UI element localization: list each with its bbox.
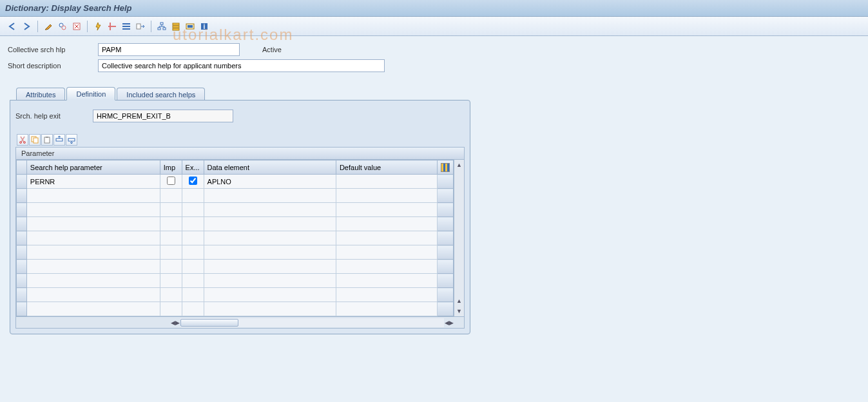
scroll-right2-icon[interactable]: ▶ — [449, 318, 454, 328]
col-search-help-parameter[interactable]: Search help parameter — [26, 160, 160, 175]
horizontal-scrollbar[interactable]: ◀ ▶ ◀ ▶ — [15, 317, 465, 329]
cell-default[interactable] — [336, 217, 437, 231]
table-row[interactable] — [17, 260, 454, 274]
cell-elem[interactable] — [204, 274, 336, 288]
col-data-element[interactable]: Data element — [204, 160, 336, 175]
tech-settings-icon[interactable] — [184, 20, 197, 33]
back-button[interactable] — [6, 20, 19, 33]
col-default-value[interactable]: Default value — [336, 160, 437, 175]
cell-imp[interactable] — [160, 274, 182, 288]
row-selector[interactable] — [17, 203, 27, 217]
table-row[interactable] — [17, 203, 454, 217]
tab-definition[interactable]: Definition — [66, 87, 115, 100]
cell-exp[interactable] — [182, 231, 204, 245]
col-exp[interactable]: Ex... — [182, 160, 204, 175]
tab-included-search-helps[interactable]: Included search helps — [117, 88, 205, 100]
object-directory-icon[interactable] — [134, 20, 147, 33]
cell-elem[interactable] — [204, 260, 336, 274]
table-row[interactable] — [17, 302, 454, 316]
cell-elem[interactable] — [204, 302, 336, 316]
cut-icon[interactable] — [17, 134, 28, 146]
cell-default[interactable] — [336, 231, 437, 245]
cell-elem[interactable] — [204, 189, 336, 203]
where-used-icon[interactable] — [106, 20, 119, 33]
table-row[interactable]: PERNRAPLNO — [17, 175, 454, 189]
cell-default[interactable] — [336, 260, 437, 274]
cell-imp[interactable] — [160, 175, 182, 189]
cell-exp[interactable] — [182, 175, 204, 189]
cell-exp[interactable] — [182, 274, 204, 288]
cell-elem[interactable] — [204, 231, 336, 245]
cell-imp[interactable] — [160, 302, 182, 316]
short-desc-input[interactable] — [98, 59, 385, 72]
srch-help-exit-input[interactable] — [93, 110, 233, 122]
row-selector[interactable] — [17, 288, 27, 302]
insert-row-icon[interactable] — [53, 134, 65, 146]
table-row[interactable] — [17, 189, 454, 203]
cell-param[interactable] — [26, 288, 160, 302]
vertical-scrollbar[interactable]: ▲ ▲ ▼ — [454, 160, 464, 316]
cell-exp[interactable] — [182, 302, 204, 316]
documentation-icon[interactable]: i — [198, 20, 211, 33]
cell-exp[interactable] — [182, 189, 204, 203]
cell-param[interactable] — [26, 245, 160, 260]
scroll-right-icon[interactable]: ◀ — [445, 318, 449, 328]
cell-elem[interactable] — [204, 203, 336, 217]
cell-exp[interactable] — [182, 245, 204, 260]
row-selector[interactable] — [17, 260, 27, 274]
cell-imp[interactable] — [160, 217, 182, 231]
hierarchy-icon[interactable] — [155, 20, 168, 33]
cell-exp[interactable] — [182, 217, 204, 231]
cell-imp[interactable] — [160, 288, 182, 302]
table-row[interactable] — [17, 245, 454, 260]
cell-elem[interactable] — [204, 288, 336, 302]
cell-elem[interactable] — [204, 245, 336, 260]
table-config-button[interactable] — [437, 160, 453, 175]
scroll-up-icon[interactable]: ▲ — [454, 160, 464, 170]
cell-param[interactable] — [26, 203, 160, 217]
cell-default[interactable] — [336, 288, 437, 302]
scroll-down2-icon[interactable]: ▼ — [454, 306, 464, 316]
cell-param[interactable] — [26, 217, 160, 231]
cell-default[interactable] — [336, 189, 437, 203]
cell-default[interactable] — [336, 203, 437, 217]
cell-default[interactable] — [336, 274, 437, 288]
forward-button[interactable] — [21, 20, 34, 33]
scroll-left2-icon[interactable]: ▶ — [175, 318, 180, 328]
other-object-icon[interactable] — [56, 20, 69, 33]
cell-default[interactable] — [336, 302, 437, 316]
cell-imp[interactable] — [160, 245, 182, 260]
cell-exp[interactable] — [182, 260, 204, 274]
cell-elem[interactable] — [204, 217, 336, 231]
scroll-down-icon[interactable]: ▲ — [454, 296, 464, 306]
check-icon[interactable] — [70, 20, 83, 33]
cell-default[interactable] — [336, 175, 437, 189]
append-icon[interactable] — [169, 20, 182, 33]
display-change-icon[interactable] — [42, 20, 55, 33]
cell-param[interactable] — [26, 231, 160, 245]
scroll-left-icon[interactable]: ◀ — [171, 318, 175, 328]
delete-row-icon[interactable] — [66, 134, 77, 146]
cell-param[interactable] — [26, 274, 160, 288]
copy-icon[interactable] — [29, 134, 41, 146]
cell-param[interactable]: PERNR — [26, 175, 160, 189]
cell-param[interactable] — [26, 302, 160, 316]
cell-imp[interactable] — [160, 231, 182, 245]
table-row[interactable] — [17, 217, 454, 231]
cell-exp[interactable] — [182, 203, 204, 217]
display-list-icon[interactable] — [120, 20, 133, 33]
row-selector[interactable] — [17, 245, 27, 260]
activate-icon[interactable] — [92, 20, 104, 33]
cell-imp[interactable] — [160, 189, 182, 203]
paste-icon[interactable] — [41, 134, 53, 146]
cell-elem[interactable]: APLNO — [204, 175, 336, 189]
row-selector[interactable] — [17, 189, 27, 203]
cell-default[interactable] — [336, 245, 437, 260]
row-selector[interactable] — [17, 302, 27, 316]
coll-srch-input[interactable] — [98, 43, 240, 56]
row-selector[interactable] — [17, 274, 27, 288]
cell-imp[interactable] — [160, 203, 182, 217]
col-imp[interactable]: Imp — [160, 160, 182, 175]
row-selector[interactable] — [17, 217, 27, 231]
table-row[interactable] — [17, 231, 454, 245]
